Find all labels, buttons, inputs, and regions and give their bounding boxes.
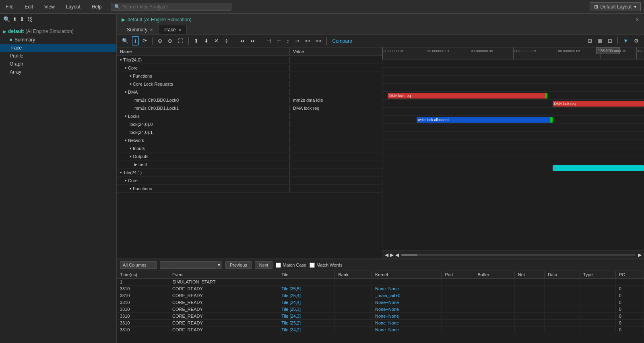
marker4-btn[interactable]: ⊸ [293,37,301,45]
scroll-thumb[interactable] [401,254,417,256]
sidebar-minimize-icon[interactable]: — [35,16,41,23]
expand-icon[interactable]: ▾ [125,66,127,70]
tree-row[interactable]: ▾ Network [117,136,382,144]
match-words-checkbox[interactable] [310,263,315,268]
table-cell[interactable]: None+None [372,299,441,306]
sidebar-collapse-icon[interactable]: ⬆ [12,16,17,23]
zoom-search-btn[interactable]: 🔍 [120,37,130,45]
tree-row[interactable]: ▾ Outputs [117,152,382,160]
tree-row[interactable]: ▶ net3 [117,160,382,168]
table-cell[interactable]: _main_init+0 [372,292,441,299]
timeline-bar-dma1[interactable]: DMA lock req [388,93,547,99]
filter-clear-btn[interactable]: ✕ [212,37,221,45]
tree-row[interactable]: ▾ Functions [117,72,382,80]
table-cell[interactable]: Tile [24,2] [278,327,335,333]
search-input[interactable] [123,4,228,10]
filter-up-btn[interactable]: ⬆ [192,37,200,45]
menu-help[interactable]: Help [89,2,104,11]
table-cell[interactable]: Tile [25,3] [278,306,335,313]
expand-icon[interactable]: ▾ [130,154,132,158]
match-case-label[interactable]: Match Case [276,263,306,268]
menu-file[interactable]: File [3,2,16,11]
search-filter-input[interactable] [160,261,216,269]
settings-btn[interactable]: ⟳ [140,37,149,45]
tab-trace[interactable]: Trace ✕ [158,25,186,34]
sidebar-search-icon[interactable]: 🔍 [3,16,10,23]
match-words-label[interactable]: Match Words [310,263,343,268]
menu-edit[interactable]: Edit [22,2,35,11]
table-cell[interactable]: None+None [372,306,441,313]
tree-row[interactable]: ▾ Functions [117,185,382,193]
sidebar-item-profile[interactable]: Profile [0,52,116,60]
expand-icon[interactable]: ▾ [120,170,122,175]
layout-button[interactable]: ⊞ Default Layout ▾ [590,2,641,11]
layout-view-btn1[interactable]: ⊟ [586,37,594,45]
expand-icon[interactable]: ▾ [130,187,132,191]
scroll-right-btn[interactable]: ▶ [389,251,394,259]
sidebar-expand-icon[interactable]: ⬇ [20,16,25,23]
timeline-bar-lock[interactable]: write lock allocated [417,117,553,123]
table-cell[interactable]: Tile [25,4] [278,292,335,299]
expand-icon[interactable]: ▾ [120,58,122,62]
table-cell[interactable]: Tile [24,4] [278,299,335,306]
sidebar-item-array[interactable]: Array [0,68,116,76]
timeline-bar-net3[interactable] [553,165,644,171]
search-dropdown-btn[interactable]: ▾ [216,261,222,269]
tree-row[interactable]: ▾ Inputs [117,144,382,152]
tree-row[interactable]: ▾ DMA [117,88,382,96]
go-start-btn[interactable]: ⏮ [237,37,247,45]
table-cell[interactable]: Tile [25,2] [278,320,335,327]
scroll-left-btn[interactable]: ◀ [384,251,389,259]
scroll-right2-btn[interactable]: ▶ [637,251,642,259]
marker3-btn[interactable]: ↕ [285,37,291,45]
match-case-checkbox[interactable] [276,263,281,268]
tree-row[interactable]: ▾ Core Lock Requests [117,80,382,88]
table-cell[interactable]: Tile [24,3] [278,313,335,320]
table-cell[interactable]: None+None [372,285,441,292]
tree-row[interactable]: lock{24,0}.1 [117,128,382,136]
expand-icon[interactable]: ▾ [130,74,132,78]
compare-btn[interactable]: Compare [330,37,355,45]
snap-btn[interactable]: ⊹ [222,37,231,45]
settings-gear-btn[interactable]: ⚙ [632,37,641,45]
timeline-scrollbar[interactable] [401,254,636,256]
go-end-btn[interactable]: ⏭ [248,37,258,45]
expand-icon[interactable]: ▾ [125,90,127,94]
sidebar-item-trace[interactable]: Trace [0,44,116,52]
search-box[interactable]: 🔍 [111,3,231,11]
filter-active-btn[interactable]: ▼ [621,37,630,45]
zoom-in-btn[interactable]: ⊕ [156,37,164,45]
table-cell[interactable]: None+None [372,327,441,333]
expand-icon[interactable]: ▾ [130,82,132,86]
tab-summary[interactable]: Summary ✕ [122,25,158,34]
marker5-btn[interactable]: ⊷ [303,37,312,45]
tree-row[interactable]: ▾ Locks [117,112,382,120]
info-btn[interactable]: ℹ [132,36,139,45]
filter-down-btn[interactable]: ⬇ [202,37,211,45]
scroll-left2-btn[interactable]: ◀ [394,251,400,259]
expand-icon[interactable]: ▶ [134,162,137,166]
close-tab-trace-icon[interactable]: ✕ [178,28,182,32]
menu-view[interactable]: View [42,2,57,11]
tree-row[interactable]: lock{24,0}.0 [117,120,382,128]
marker2-btn[interactable]: ⊢ [275,37,283,45]
menu-layout[interactable]: Layout [64,2,83,11]
tree-row[interactable]: mm2s.Ch0.BD0.Lock0 mm2s dma idle [117,96,382,104]
table-cell[interactable]: Tile [25,5] [278,285,335,292]
expand-icon[interactable]: ▾ [125,138,127,142]
tree-row[interactable]: ▾ Core [117,177,382,185]
next-btn[interactable]: Next [255,261,273,269]
table-cell[interactable]: None+None [372,313,441,320]
zoom-out-btn[interactable]: ⊖ [166,37,174,45]
sidebar-link-icon[interactable]: ⛓ [27,16,33,23]
tree-row[interactable]: ▾ Tile(24,0) [117,56,382,64]
table-cell[interactable]: None+None [372,320,441,327]
marker6-btn[interactable]: ⊶ [314,37,323,45]
filter-select[interactable]: All Columns [120,261,157,269]
marker1-btn[interactable]: ⊣ [264,37,273,45]
tree-row[interactable]: ▾ Tile(24,1) [117,168,382,177]
fit-btn[interactable]: ⛶ [176,37,185,45]
timeline-bar-dma2[interactable]: DMA lock req [553,101,644,107]
expand-icon[interactable]: ▾ [130,146,132,150]
tree-row[interactable]: ▾ Core [117,64,382,72]
